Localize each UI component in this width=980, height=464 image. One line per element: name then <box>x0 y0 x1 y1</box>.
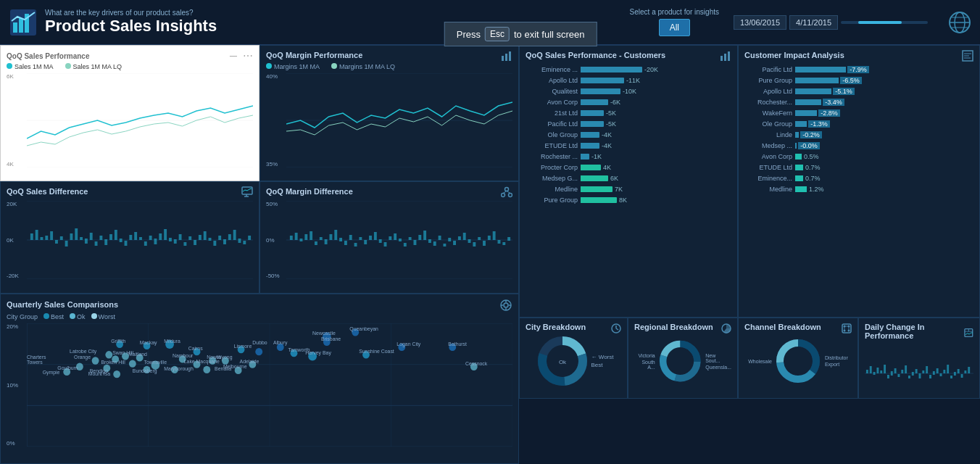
customer-impact-panel: Customer Impact Analysis Pacific Ltd -7.… <box>738 45 980 318</box>
svg-line-79 <box>503 191 507 194</box>
svg-rect-52 <box>134 232 137 240</box>
svg-rect-120 <box>468 239 471 243</box>
svg-text:Lismore: Lismore <box>234 344 252 349</box>
svg-rect-71 <box>228 234 231 240</box>
product-select-label: Select a product for insights <box>630 8 719 16</box>
date-end[interactable]: 4/11/2015 <box>789 15 838 30</box>
svg-rect-63 <box>188 236 191 240</box>
svg-text:Latrobe City: Latrobe City <box>70 349 97 355</box>
date-slider[interactable] <box>841 21 928 24</box>
svg-rect-41 <box>80 237 83 240</box>
svg-rect-37 <box>60 236 63 240</box>
margin-perf-legend: Margins 1M MA Margins 1M MA LQ <box>266 63 512 70</box>
svg-text:Bundaberg: Bundaberg <box>133 368 157 374</box>
svg-rect-260 <box>912 372 914 376</box>
svg-rect-86 <box>300 239 303 241</box>
network-icon <box>501 186 512 198</box>
svg-rect-67 <box>209 238 212 241</box>
svg-rect-68 <box>213 241 216 246</box>
sales-perf-chart: 6K 4K <box>7 73 253 167</box>
product-all-button[interactable]: All <box>659 19 690 36</box>
svg-rect-61 <box>179 234 182 240</box>
sales-diff-yaxis: 20K 0K -20K <box>7 201 27 279</box>
svg-rect-1 <box>13 22 17 33</box>
margin-dot-1 <box>266 63 272 69</box>
product-select: Select a product for insights All <box>630 8 719 36</box>
svg-rect-51 <box>129 235 132 240</box>
svg-rect-44 <box>95 241 98 246</box>
svg-rect-271 <box>950 376 952 378</box>
svg-text:Mackay: Mackay <box>140 340 157 346</box>
slider-track[interactable] <box>841 21 928 24</box>
city-legend-best: Best <box>591 362 614 368</box>
globe-icon[interactable] <box>948 11 971 34</box>
svg-rect-53 <box>139 237 142 240</box>
scatter-plot-container: 20% 10% 0% <box>7 323 512 447</box>
impact-row-avon: Avon Corp 0.5% <box>746 152 973 161</box>
svg-point-147 <box>255 348 262 355</box>
margin-yaxis: 40% 35% <box>266 73 286 167</box>
svg-rect-122 <box>478 237 481 240</box>
legend-dot-1 <box>7 63 12 69</box>
svg-rect-98 <box>359 237 362 240</box>
quarterly-legend-citygroup: City Group <box>7 313 38 320</box>
city-donut-container: Ok ← Worst Best <box>526 336 621 386</box>
sales-perf-legend: Sales 1M MA Sales 1M MA LQ <box>7 63 253 70</box>
cust-row-rochester: Rochester ... -1K <box>528 152 731 161</box>
customer-impact-title: Customer Impact Analysis <box>744 51 844 59</box>
svg-rect-112 <box>428 239 431 243</box>
svg-rect-108 <box>409 237 412 240</box>
slider-fill <box>858 21 902 24</box>
svg-rect-64 <box>194 240 196 245</box>
svg-rect-119 <box>463 233 466 240</box>
svg-rect-126 <box>498 240 501 244</box>
svg-rect-58 <box>164 229 167 240</box>
svg-text:Orange: Orange <box>74 355 91 360</box>
impact-row-puregroup: Pure Group -6.5% <box>746 75 973 85</box>
svg-rect-109 <box>414 240 417 245</box>
customers-chart-icon <box>720 50 731 62</box>
svg-point-166 <box>92 357 99 364</box>
svg-rect-116 <box>448 238 451 241</box>
date-range: 13/06/2015 4/11/2015 <box>734 15 937 30</box>
cust-row-medsep: Medsep G... 6K <box>528 173 731 183</box>
minimize-icon[interactable]: ─ <box>230 50 237 62</box>
svg-text:Ok: Ok <box>558 359 566 365</box>
quarterly-legend: City Group Best Ok Worst <box>7 313 512 320</box>
quarterly-settings-icon[interactable] <box>499 299 512 312</box>
margin-perf-title: QoQ Margin Performance <box>266 51 362 59</box>
channel-title: Channel Breakdown <box>744 323 821 331</box>
margin-dot-2 <box>331 63 337 69</box>
svg-rect-276 <box>968 367 970 373</box>
settings-icon[interactable]: ⋯ <box>243 50 253 62</box>
legend-item-2: Sales 1M MA LQ <box>65 63 122 70</box>
svg-rect-84 <box>290 236 293 240</box>
svg-text:Griffith: Griffith <box>111 339 125 344</box>
legend-dot-2 <box>65 63 71 69</box>
svg-rect-247 <box>866 370 868 373</box>
esc-key: Esc <box>485 27 510 41</box>
svg-line-219 <box>616 328 618 330</box>
svg-text:Adelaide: Adelaide <box>240 358 259 363</box>
svg-rect-115 <box>443 244 446 246</box>
svg-text:Townsville: Townsville <box>144 360 167 365</box>
svg-rect-35 <box>50 231 53 240</box>
city-donut-legend: ← Worst Best <box>591 354 614 368</box>
sales-diff-chart: 20K 0K -20K <box>7 201 253 279</box>
cust-row-procter: Procter Corp 4K <box>528 162 731 172</box>
svg-rect-99 <box>364 240 367 244</box>
svg-rect-19 <box>724 54 726 61</box>
svg-rect-54 <box>144 241 147 246</box>
svg-rect-121 <box>473 242 476 246</box>
margin-legend-1: Margins 1M MA <box>266 63 320 70</box>
svg-rect-265 <box>929 375 931 378</box>
cust-row-puregroup: Pure Group 8K <box>528 195 731 204</box>
margin-performance-panel: QoQ Margin Performance Margins 1M MA Mar… <box>259 45 519 181</box>
svg-rect-49 <box>120 239 122 242</box>
svg-rect-74 <box>243 241 246 244</box>
city-legend-worst: ← Worst <box>591 354 614 360</box>
date-start[interactable]: 13/06/2015 <box>734 15 786 30</box>
margin-diff-svg <box>286 201 512 279</box>
svg-rect-125 <box>493 231 496 240</box>
cust-row-qualitest: Qualitest -10K <box>528 86 731 96</box>
